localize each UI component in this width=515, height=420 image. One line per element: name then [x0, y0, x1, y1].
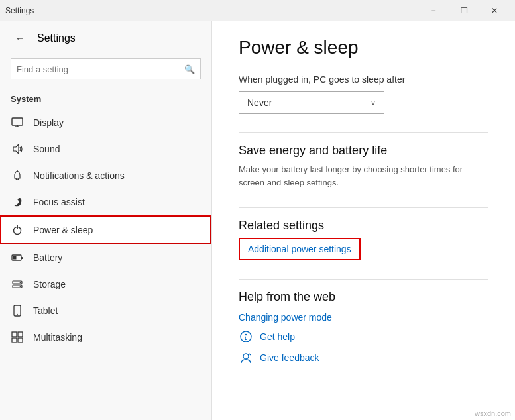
minimize-button[interactable]: −	[418, 0, 449, 21]
search-input[interactable]	[17, 64, 184, 74]
get-help-icon	[239, 329, 253, 344]
sleep-dropdown-arrow: ∨	[371, 99, 376, 107]
sleep-label: When plugged in, PC goes to sleep after	[239, 74, 488, 85]
svg-rect-16	[12, 332, 17, 337]
svg-rect-19	[18, 338, 23, 342]
nav-item-notifications[interactable]: Notifications & actions	[0, 162, 211, 189]
give-feedback-link[interactable]: Give feedback	[260, 352, 319, 363]
help-title: Help from the web	[239, 290, 488, 304]
tablet-label: Tablet	[33, 305, 58, 316]
get-help-link[interactable]: Get help	[260, 331, 295, 342]
notifications-label: Notifications & actions	[33, 170, 125, 181]
svg-point-22	[245, 339, 247, 340]
save-energy-section: Save energy and battery life Make your b…	[239, 144, 488, 189]
divider-2	[239, 207, 488, 208]
nav-item-battery[interactable]: Battery	[0, 244, 211, 271]
related-settings-title: Related settings	[239, 219, 488, 233]
notifications-icon	[11, 169, 24, 182]
main-content: Power & sleep When plugged in, PC goes t…	[212, 21, 515, 420]
focus-icon	[11, 195, 24, 209]
give-feedback-item: Give feedback	[239, 350, 488, 365]
svg-rect-0	[12, 118, 23, 125]
search-icon[interactable]: 🔍	[184, 64, 195, 74]
battery-label: Battery	[33, 252, 62, 263]
multitasking-label: Multitasking	[33, 332, 82, 342]
related-settings-section: Related settings Additional power settin…	[239, 219, 488, 260]
nav-item-storage[interactable]: Storage	[0, 271, 211, 297]
title-bar-title: Settings	[5, 6, 34, 15]
system-section-label: System	[0, 90, 211, 109]
sleep-dropdown[interactable]: Never ∨	[239, 91, 384, 114]
sleep-section: When plugged in, PC goes to sleep after …	[239, 74, 488, 114]
sound-icon	[11, 142, 24, 156]
additional-power-link[interactable]: Additional power settings	[248, 244, 351, 254]
save-energy-title: Save energy and battery life	[239, 144, 488, 158]
sound-label: Sound	[33, 144, 60, 154]
sleep-value: Never	[247, 97, 272, 108]
power-label: Power & sleep	[33, 225, 93, 235]
back-icon: ←	[15, 33, 25, 44]
nav-item-display[interactable]: Display	[0, 109, 211, 136]
display-label: Display	[33, 117, 64, 128]
multitasking-icon	[11, 331, 24, 344]
svg-point-21	[245, 334, 247, 335]
changing-power-item: Changing power mode	[239, 312, 488, 323]
close-button[interactable]: ✕	[479, 0, 510, 21]
power-icon	[11, 223, 24, 236]
get-help-item: Get help	[239, 329, 488, 344]
svg-marker-3	[13, 144, 19, 154]
help-section: Help from the web Changing power mode Ge…	[239, 290, 488, 365]
svg-rect-8	[21, 257, 23, 259]
give-feedback-icon	[239, 350, 253, 365]
divider-3	[239, 279, 488, 280]
title-bar-left: Settings	[5, 6, 34, 15]
tablet-icon	[11, 304, 24, 317]
battery-icon	[11, 251, 24, 264]
nav-item-focus[interactable]: Focus assist	[0, 189, 211, 215]
display-icon	[11, 116, 24, 129]
back-button[interactable]: ←	[11, 29, 29, 48]
nav-item-multitasking[interactable]: Multitasking	[0, 324, 211, 350]
save-energy-desc: Make your battery last longer by choosin…	[239, 163, 488, 189]
nav-item-tablet[interactable]: Tablet	[0, 297, 211, 324]
focus-label: Focus assist	[33, 197, 85, 207]
svg-point-23	[243, 354, 249, 359]
svg-rect-17	[18, 332, 23, 337]
storage-icon	[11, 278, 24, 291]
title-bar: Settings − ❐ ✕	[0, 0, 515, 21]
nav-item-power[interactable]: Power & sleep	[0, 215, 211, 244]
storage-label: Storage	[33, 279, 66, 289]
svg-point-13	[20, 286, 21, 287]
additional-power-link-box: Additional power settings	[239, 238, 361, 260]
divider-1	[239, 132, 488, 133]
svg-rect-18	[12, 338, 17, 342]
search-bar: 🔍	[11, 58, 201, 79]
title-bar-controls: − ❐ ✕	[418, 0, 510, 21]
maximize-button[interactable]: ❐	[449, 0, 479, 21]
svg-point-12	[20, 282, 21, 283]
watermark: wsxdn.com	[475, 409, 511, 417]
page-title: Power & sleep	[239, 37, 488, 58]
nav-item-sound[interactable]: Sound	[0, 136, 211, 162]
app-body: ← Settings 🔍 System Display	[0, 21, 515, 420]
changing-power-link[interactable]: Changing power mode	[239, 312, 332, 323]
svg-point-15	[17, 314, 18, 315]
app-title: Settings	[37, 32, 76, 44]
svg-rect-9	[13, 256, 17, 260]
sidebar-header: ← Settings	[0, 21, 211, 56]
sidebar: ← Settings 🔍 System Display	[0, 21, 212, 420]
